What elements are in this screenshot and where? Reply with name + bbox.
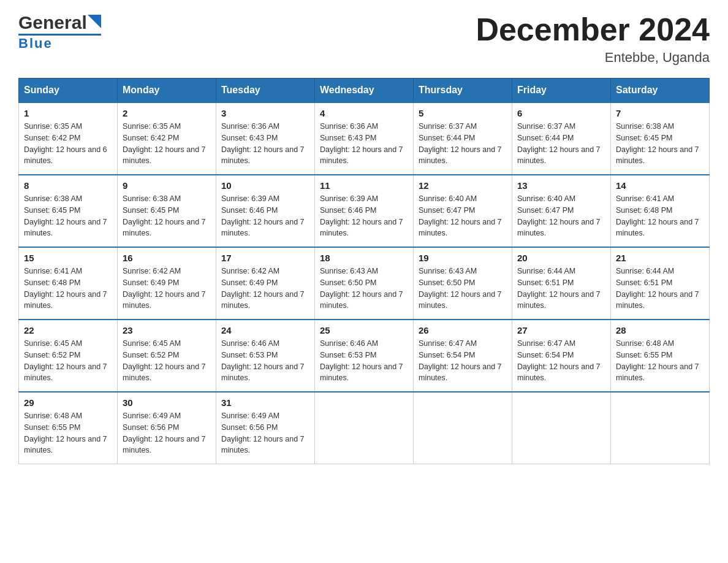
day-number: 28 bbox=[616, 325, 704, 335]
calendar-cell: 7 Sunrise: 6:38 AMSunset: 6:45 PMDayligh… bbox=[611, 102, 710, 175]
day-number: 3 bbox=[221, 108, 309, 118]
day-number: 8 bbox=[24, 180, 112, 191]
calendar-cell: 10 Sunrise: 6:39 AMSunset: 6:46 PMDaylig… bbox=[216, 175, 315, 247]
day-info: Sunrise: 6:47 AMSunset: 6:54 PMDaylight:… bbox=[419, 339, 502, 382]
logo-general: General bbox=[18, 12, 87, 33]
calendar-week-row: 8 Sunrise: 6:38 AMSunset: 6:45 PMDayligh… bbox=[19, 175, 710, 247]
logo-blue: Blue bbox=[18, 36, 53, 52]
calendar-cell: 28 Sunrise: 6:48 AMSunset: 6:55 PMDaylig… bbox=[611, 320, 710, 392]
day-info: Sunrise: 6:44 AMSunset: 6:51 PMDaylight:… bbox=[616, 267, 699, 310]
day-number: 6 bbox=[517, 108, 605, 118]
logo-triangle-icon bbox=[88, 15, 101, 28]
day-info: Sunrise: 6:49 AMSunset: 6:56 PMDaylight:… bbox=[221, 412, 305, 454]
day-info: Sunrise: 6:43 AMSunset: 6:50 PMDaylight:… bbox=[419, 267, 502, 310]
calendar-cell: 3 Sunrise: 6:36 AMSunset: 6:43 PMDayligh… bbox=[216, 102, 315, 175]
logo: General Blue bbox=[18, 12, 101, 52]
calendar-cell: 15 Sunrise: 6:41 AMSunset: 6:48 PMDaylig… bbox=[19, 247, 118, 320]
calendar-week-row: 15 Sunrise: 6:41 AMSunset: 6:48 PMDaylig… bbox=[19, 247, 710, 320]
calendar-cell: 14 Sunrise: 6:41 AMSunset: 6:48 PMDaylig… bbox=[611, 175, 710, 247]
day-info: Sunrise: 6:39 AMSunset: 6:46 PMDaylight:… bbox=[320, 194, 403, 237]
day-number: 31 bbox=[221, 397, 309, 408]
calendar-cell: 31 Sunrise: 6:49 AMSunset: 6:56 PMDaylig… bbox=[216, 392, 315, 464]
day-info: Sunrise: 6:43 AMSunset: 6:50 PMDaylight:… bbox=[320, 267, 403, 310]
calendar-cell bbox=[414, 392, 512, 464]
day-number: 29 bbox=[24, 397, 112, 408]
day-info: Sunrise: 6:36 AMSunset: 6:43 PMDaylight:… bbox=[221, 122, 305, 165]
page-header: General Blue December 2024 Entebbe, Ugan… bbox=[18, 12, 710, 66]
day-info: Sunrise: 6:45 AMSunset: 6:52 PMDaylight:… bbox=[123, 339, 206, 382]
day-number: 25 bbox=[320, 325, 408, 335]
day-info: Sunrise: 6:41 AMSunset: 6:48 PMDaylight:… bbox=[24, 267, 107, 310]
calendar-cell: 30 Sunrise: 6:49 AMSunset: 6:56 PMDaylig… bbox=[118, 392, 216, 464]
calendar-cell: 23 Sunrise: 6:45 AMSunset: 6:52 PMDaylig… bbox=[118, 320, 216, 392]
day-info: Sunrise: 6:48 AMSunset: 6:55 PMDaylight:… bbox=[24, 412, 107, 454]
day-header-wednesday: Wednesday bbox=[315, 79, 414, 103]
day-number: 21 bbox=[616, 253, 704, 263]
day-number: 5 bbox=[419, 108, 507, 118]
day-info: Sunrise: 6:45 AMSunset: 6:52 PMDaylight:… bbox=[24, 339, 107, 382]
calendar-cell: 27 Sunrise: 6:47 AMSunset: 6:54 PMDaylig… bbox=[512, 320, 611, 392]
day-info: Sunrise: 6:35 AMSunset: 6:42 PMDaylight:… bbox=[24, 122, 107, 165]
day-info: Sunrise: 6:41 AMSunset: 6:48 PMDaylight:… bbox=[616, 194, 699, 237]
day-info: Sunrise: 6:37 AMSunset: 6:44 PMDaylight:… bbox=[517, 122, 601, 165]
day-header-friday: Friday bbox=[512, 79, 611, 103]
calendar-week-row: 29 Sunrise: 6:48 AMSunset: 6:55 PMDaylig… bbox=[19, 392, 710, 464]
day-header-thursday: Thursday bbox=[414, 79, 512, 103]
calendar-cell: 2 Sunrise: 6:35 AMSunset: 6:42 PMDayligh… bbox=[118, 102, 216, 175]
day-number: 16 bbox=[123, 253, 211, 263]
calendar-cell: 17 Sunrise: 6:42 AMSunset: 6:49 PMDaylig… bbox=[216, 247, 315, 320]
day-info: Sunrise: 6:47 AMSunset: 6:54 PMDaylight:… bbox=[517, 339, 601, 382]
calendar-cell bbox=[315, 392, 414, 464]
calendar-cell: 19 Sunrise: 6:43 AMSunset: 6:50 PMDaylig… bbox=[414, 247, 512, 320]
calendar-cell: 26 Sunrise: 6:47 AMSunset: 6:54 PMDaylig… bbox=[414, 320, 512, 392]
calendar-cell: 11 Sunrise: 6:39 AMSunset: 6:46 PMDaylig… bbox=[315, 175, 414, 247]
day-number: 9 bbox=[123, 180, 211, 191]
day-number: 11 bbox=[320, 180, 408, 191]
calendar-cell: 16 Sunrise: 6:42 AMSunset: 6:49 PMDaylig… bbox=[118, 247, 216, 320]
day-info: Sunrise: 6:42 AMSunset: 6:49 PMDaylight:… bbox=[123, 267, 206, 310]
calendar-cell: 25 Sunrise: 6:46 AMSunset: 6:53 PMDaylig… bbox=[315, 320, 414, 392]
day-number: 13 bbox=[517, 180, 605, 191]
day-header-monday: Monday bbox=[118, 79, 216, 103]
calendar-cell: 12 Sunrise: 6:40 AMSunset: 6:47 PMDaylig… bbox=[414, 175, 512, 247]
day-number: 23 bbox=[123, 325, 211, 335]
day-number: 12 bbox=[419, 180, 507, 191]
calendar-cell: 24 Sunrise: 6:46 AMSunset: 6:53 PMDaylig… bbox=[216, 320, 315, 392]
day-info: Sunrise: 6:39 AMSunset: 6:46 PMDaylight:… bbox=[221, 194, 305, 237]
calendar-cell: 8 Sunrise: 6:38 AMSunset: 6:45 PMDayligh… bbox=[19, 175, 118, 247]
day-number: 15 bbox=[24, 253, 112, 263]
calendar-cell: 6 Sunrise: 6:37 AMSunset: 6:44 PMDayligh… bbox=[512, 102, 611, 175]
day-info: Sunrise: 6:35 AMSunset: 6:42 PMDaylight:… bbox=[123, 122, 206, 165]
calendar-cell: 9 Sunrise: 6:38 AMSunset: 6:45 PMDayligh… bbox=[118, 175, 216, 247]
day-number: 7 bbox=[616, 108, 704, 118]
day-info: Sunrise: 6:36 AMSunset: 6:43 PMDaylight:… bbox=[320, 122, 403, 165]
day-number: 4 bbox=[320, 108, 408, 118]
calendar-table: SundayMondayTuesdayWednesdayThursdayFrid… bbox=[18, 78, 710, 464]
day-info: Sunrise: 6:38 AMSunset: 6:45 PMDaylight:… bbox=[24, 194, 107, 237]
calendar-cell: 22 Sunrise: 6:45 AMSunset: 6:52 PMDaylig… bbox=[19, 320, 118, 392]
day-header-tuesday: Tuesday bbox=[216, 79, 315, 103]
day-number: 24 bbox=[221, 325, 309, 335]
calendar-cell: 5 Sunrise: 6:37 AMSunset: 6:44 PMDayligh… bbox=[414, 102, 512, 175]
calendar-cell: 20 Sunrise: 6:44 AMSunset: 6:51 PMDaylig… bbox=[512, 247, 611, 320]
day-number: 10 bbox=[221, 180, 309, 191]
calendar-cell bbox=[512, 392, 611, 464]
title-area: December 2024 Entebbe, Uganda bbox=[476, 12, 710, 66]
day-number: 22 bbox=[24, 325, 112, 335]
day-info: Sunrise: 6:42 AMSunset: 6:49 PMDaylight:… bbox=[221, 267, 305, 310]
day-number: 17 bbox=[221, 253, 309, 263]
day-info: Sunrise: 6:37 AMSunset: 6:44 PMDaylight:… bbox=[419, 122, 502, 165]
day-number: 19 bbox=[419, 253, 507, 263]
day-info: Sunrise: 6:48 AMSunset: 6:55 PMDaylight:… bbox=[616, 339, 699, 382]
calendar-week-row: 22 Sunrise: 6:45 AMSunset: 6:52 PMDaylig… bbox=[19, 320, 710, 392]
month-title: December 2024 bbox=[476, 12, 710, 47]
calendar-week-row: 1 Sunrise: 6:35 AMSunset: 6:42 PMDayligh… bbox=[19, 102, 710, 175]
day-number: 20 bbox=[517, 253, 605, 263]
location: Entebbe, Uganda bbox=[476, 50, 710, 66]
day-info: Sunrise: 6:44 AMSunset: 6:51 PMDaylight:… bbox=[517, 267, 601, 310]
day-number: 14 bbox=[616, 180, 704, 191]
calendar-cell: 1 Sunrise: 6:35 AMSunset: 6:42 PMDayligh… bbox=[19, 102, 118, 175]
calendar-cell: 21 Sunrise: 6:44 AMSunset: 6:51 PMDaylig… bbox=[611, 247, 710, 320]
day-info: Sunrise: 6:40 AMSunset: 6:47 PMDaylight:… bbox=[517, 194, 601, 237]
svg-marker-0 bbox=[88, 15, 101, 28]
